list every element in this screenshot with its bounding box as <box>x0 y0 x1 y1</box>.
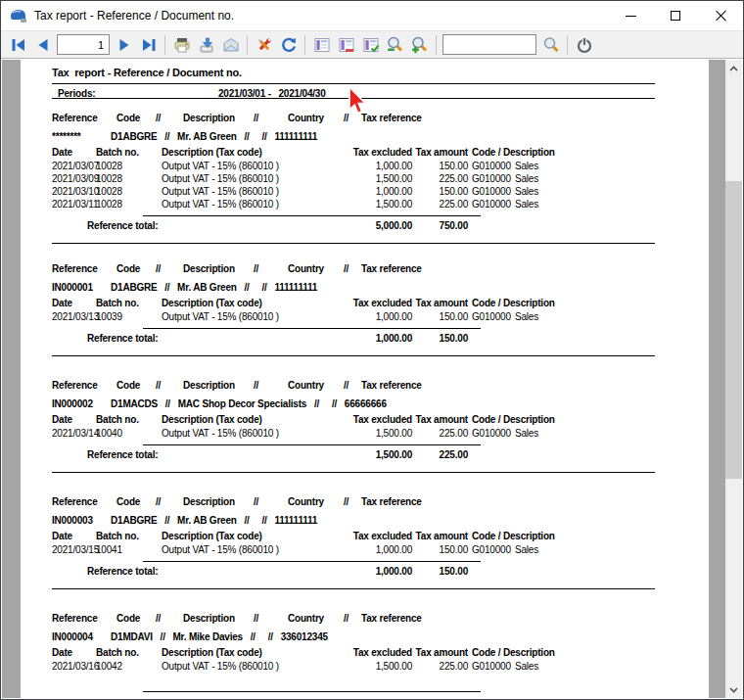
row-batch: 10040 <box>96 428 122 439</box>
settings-tools-button[interactable] <box>252 33 276 57</box>
row-code: G010000 <box>472 428 511 439</box>
column-header-batch: Batch no. <box>96 531 139 541</box>
reference-value: IN000004 <box>52 631 93 642</box>
column-header-tax-amount: Tax amount <box>373 647 468 658</box>
report-layout-confirm-button[interactable] <box>358 33 383 57</box>
column-header-description: Description (Tax code) <box>162 647 262 658</box>
group-header-description: Description <box>183 113 235 123</box>
minimize-button[interactable] <box>608 1 653 30</box>
row-batch: 10028 <box>96 186 122 197</box>
column-header-description: Description (Tax code) <box>162 414 262 425</box>
zoom-in-icon <box>410 35 429 54</box>
column-header-tax-amount: Tax amount <box>373 147 468 158</box>
group-header-code: Code <box>116 613 140 624</box>
email-icon <box>222 36 240 54</box>
first-page-button[interactable] <box>6 33 30 57</box>
maximize-icon <box>671 11 680 21</box>
column-header-batch: Batch no. <box>96 647 139 658</box>
reference-value: IN000003 <box>52 515 93 526</box>
group-header-reference: Reference <box>52 380 98 391</box>
row-tax-amount: 225.00 <box>373 199 468 210</box>
search-input[interactable] <box>442 34 536 55</box>
group-header-country: Country <box>288 380 324 391</box>
reference-detail: D1ABGRE // Mr. AB Green // // 111111111 <box>111 282 317 293</box>
group-header-sep: // <box>344 263 349 274</box>
vertical-scrollbar[interactable] <box>725 60 742 698</box>
row-code: G010000 <box>472 661 511 672</box>
column-header-tax-amount: Tax amount <box>373 298 468 308</box>
column-header-batch: Batch no. <box>96 298 139 308</box>
power-icon <box>576 36 593 54</box>
toolbar-separator <box>247 35 248 55</box>
last-page-icon <box>140 36 158 54</box>
toolbar-separator <box>164 35 165 55</box>
previous-page-button[interactable] <box>30 33 55 57</box>
group-header-tax_reference: Tax reference <box>361 496 422 507</box>
scroll-down-button[interactable] <box>725 681 742 698</box>
group-header-sep: // <box>156 263 161 274</box>
scrollbar-thumb[interactable] <box>725 181 742 479</box>
reference-total-amount: 225.00 <box>373 449 468 460</box>
toolbar-separator <box>304 35 305 55</box>
group-header-sep: // <box>344 380 349 391</box>
row-code-description: Sales <box>515 428 538 439</box>
reference-total-amount: 150.00 <box>373 566 468 577</box>
scroll-up-button[interactable] <box>725 60 742 76</box>
reference-detail: D1MACDS // MAC Shop Decor Specialists //… <box>111 398 387 409</box>
report-layout-default-button[interactable] <box>309 33 334 57</box>
row-batch: 10039 <box>96 311 122 322</box>
reference-total-label: Reference total: <box>87 449 158 460</box>
maximize-button[interactable] <box>653 1 698 30</box>
reference-value: ******** <box>52 131 81 142</box>
toolbar <box>1 30 743 59</box>
row-code-description: Sales <box>515 199 538 210</box>
report-page: Tax report - Reference / Document no. Pe… <box>21 60 709 698</box>
row-tax-amount: 150.00 <box>373 161 468 171</box>
zoom-out-button[interactable] <box>383 33 407 57</box>
row-code: G010000 <box>472 173 511 184</box>
row-date: 2021/03/14 <box>52 428 99 439</box>
row-description: Output VAT - 15% (860010 ) <box>162 544 279 555</box>
report-layout-default-icon <box>313 36 331 54</box>
row-description: Output VAT - 15% (860010 ) <box>162 311 279 322</box>
row-tax-amount: 225.00 <box>373 428 468 439</box>
section-divider-line <box>52 472 655 473</box>
group-header-sep: // <box>254 613 258 624</box>
row-tax-amount: 225.00 <box>373 661 468 672</box>
last-page-button[interactable] <box>136 33 161 57</box>
group-header-code: Code <box>116 263 140 274</box>
row-code: G010000 <box>472 311 511 322</box>
export-button[interactable] <box>194 33 218 57</box>
row-batch: 10028 <box>96 199 122 210</box>
reference-detail: D1ABGRE // Mr. AB Green // // 111111111 <box>111 131 317 142</box>
row-description: Output VAT - 15% (860010 ) <box>162 661 279 672</box>
row-tax-amount: 150.00 <box>373 311 468 322</box>
row-date: 2021/03/15 <box>52 544 99 555</box>
reference-value: IN000001 <box>52 282 93 293</box>
search-button[interactable] <box>538 33 563 57</box>
email-button[interactable] <box>218 33 243 57</box>
group-header-country: Country <box>288 113 324 123</box>
reference-total-label: Reference total: <box>87 566 158 577</box>
minimize-icon <box>626 16 636 17</box>
print-button[interactable] <box>169 33 194 57</box>
toolbar-separator <box>567 35 568 55</box>
row-batch: 10042 <box>96 661 122 672</box>
group-header-code: Code <box>116 496 140 507</box>
search-icon <box>541 35 560 54</box>
close-button[interactable] <box>698 1 743 30</box>
zoom-in-button[interactable] <box>407 33 432 57</box>
row-tax-amount: 150.00 <box>373 186 468 197</box>
total-divider-line <box>143 328 481 329</box>
page-number-input[interactable] <box>57 34 110 55</box>
section-divider-line <box>52 243 655 244</box>
group-header-reference: Reference <box>52 613 98 624</box>
next-page-button[interactable] <box>112 33 136 57</box>
report-layout-remove-button[interactable] <box>334 33 358 57</box>
group-header-sep: // <box>254 496 258 507</box>
refresh-button[interactable] <box>276 33 301 57</box>
group-header-sep: // <box>254 263 258 274</box>
column-header-code-description: Code / Description <box>472 147 555 158</box>
close-report-button[interactable] <box>572 33 596 57</box>
row-code: G010000 <box>472 544 511 555</box>
